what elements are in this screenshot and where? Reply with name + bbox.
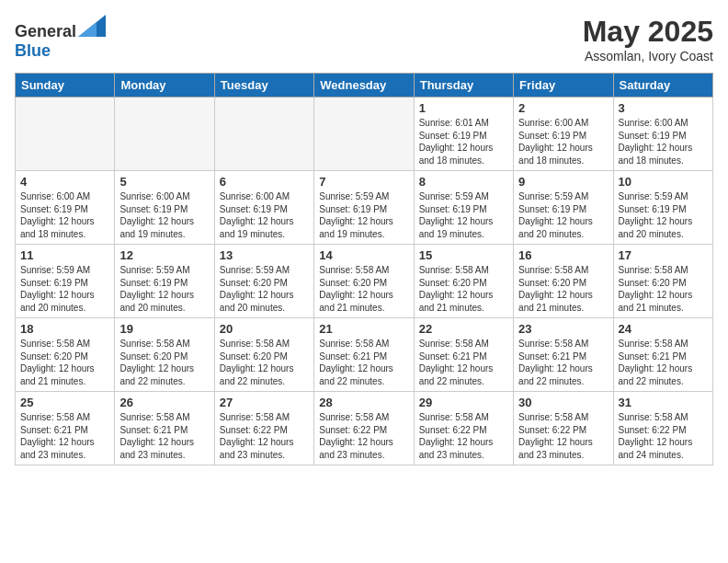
weekday-tuesday: Tuesday (214, 74, 313, 98)
calendar-cell: 10Sunrise: 5:59 AM Sunset: 6:19 PM Dayli… (613, 171, 712, 245)
calendar-cell: 27Sunrise: 5:58 AM Sunset: 6:22 PM Dayli… (214, 392, 313, 465)
day-number: 9 (518, 175, 608, 189)
calendar-cell: 16Sunrise: 5:58 AM Sunset: 6:20 PM Dayli… (514, 245, 613, 318)
day-number: 18 (20, 322, 109, 336)
day-number: 29 (419, 396, 508, 409)
calendar-cell: 20Sunrise: 5:58 AM Sunset: 6:20 PM Dayli… (214, 318, 313, 392)
day-number: 11 (20, 248, 109, 262)
month-title: May 2025 (583, 15, 713, 49)
weekday-friday: Friday (514, 74, 613, 98)
day-info: Sunrise: 5:58 AM Sunset: 6:20 PM Dayligh… (419, 264, 508, 314)
location-title: Assomlan, Ivory Coast (583, 49, 713, 63)
calendar-cell: 26Sunrise: 5:58 AM Sunset: 6:21 PM Dayli… (115, 392, 214, 465)
day-info: Sunrise: 5:58 AM Sunset: 6:20 PM Dayligh… (119, 338, 209, 387)
day-info: Sunrise: 5:59 AM Sunset: 6:19 PM Dayligh… (319, 190, 408, 240)
calendar-cell: 7Sunrise: 5:59 AM Sunset: 6:19 PM Daylig… (314, 171, 414, 245)
calendar-cell: 1Sunrise: 6:01 AM Sunset: 6:19 PM Daylig… (414, 98, 513, 171)
week-row-4: 18Sunrise: 5:58 AM Sunset: 6:20 PM Dayli… (16, 318, 713, 392)
calendar-cell: 6Sunrise: 6:00 AM Sunset: 6:19 PM Daylig… (214, 171, 313, 245)
calendar-cell: 3Sunrise: 6:00 AM Sunset: 6:19 PM Daylig… (613, 98, 712, 171)
day-info: Sunrise: 5:58 AM Sunset: 6:22 PM Dayligh… (319, 411, 408, 461)
calendar-cell: 23Sunrise: 5:58 AM Sunset: 6:21 PM Dayli… (514, 318, 613, 392)
day-number: 13 (220, 248, 309, 262)
weekday-header-row: SundayMondayTuesdayWednesdayThursdayFrid… (16, 74, 713, 98)
day-info: Sunrise: 5:59 AM Sunset: 6:19 PM Dayligh… (119, 264, 209, 314)
weekday-sunday: Sunday (16, 74, 115, 98)
logo-icon (78, 15, 106, 37)
day-info: Sunrise: 6:01 AM Sunset: 6:19 PM Dayligh… (419, 117, 508, 167)
day-info: Sunrise: 5:58 AM Sunset: 6:22 PM Dayligh… (619, 411, 708, 461)
calendar-table: SundayMondayTuesdayWednesdayThursdayFrid… (15, 73, 713, 465)
calendar-cell: 5Sunrise: 6:00 AM Sunset: 6:19 PM Daylig… (115, 171, 214, 245)
calendar-cell (16, 98, 115, 171)
weekday-thursday: Thursday (414, 74, 513, 98)
week-row-3: 11Sunrise: 5:59 AM Sunset: 6:19 PM Dayli… (16, 245, 713, 318)
day-number: 14 (319, 248, 408, 262)
day-number: 17 (619, 248, 708, 262)
day-info: Sunrise: 6:00 AM Sunset: 6:19 PM Dayligh… (619, 117, 708, 167)
day-info: Sunrise: 5:58 AM Sunset: 6:20 PM Dayligh… (220, 338, 309, 387)
calendar-cell (115, 98, 214, 171)
day-number: 28 (319, 396, 408, 409)
day-number: 19 (119, 322, 209, 336)
day-number: 15 (419, 248, 508, 262)
day-number: 30 (518, 396, 608, 409)
day-number: 31 (619, 396, 708, 409)
calendar-cell: 22Sunrise: 5:58 AM Sunset: 6:21 PM Dayli… (414, 318, 513, 392)
day-info: Sunrise: 5:58 AM Sunset: 6:21 PM Dayligh… (518, 338, 608, 387)
day-number: 4 (20, 175, 109, 189)
calendar-cell: 4Sunrise: 6:00 AM Sunset: 6:19 PM Daylig… (16, 171, 115, 245)
calendar-cell: 28Sunrise: 5:58 AM Sunset: 6:22 PM Dayli… (314, 392, 414, 465)
calendar-cell: 2Sunrise: 6:00 AM Sunset: 6:19 PM Daylig… (514, 98, 613, 171)
day-info: Sunrise: 5:58 AM Sunset: 6:20 PM Dayligh… (518, 264, 608, 314)
day-number: 12 (119, 248, 209, 262)
calendar-cell: 19Sunrise: 5:58 AM Sunset: 6:20 PM Dayli… (115, 318, 214, 392)
day-number: 26 (119, 396, 209, 409)
day-number: 3 (619, 101, 708, 115)
calendar-cell: 18Sunrise: 5:58 AM Sunset: 6:20 PM Dayli… (16, 318, 115, 392)
day-info: Sunrise: 5:59 AM Sunset: 6:19 PM Dayligh… (518, 190, 608, 240)
calendar-body: 1Sunrise: 6:01 AM Sunset: 6:19 PM Daylig… (16, 98, 713, 465)
calendar-cell: 29Sunrise: 5:58 AM Sunset: 6:22 PM Dayli… (414, 392, 513, 465)
day-info: Sunrise: 6:00 AM Sunset: 6:19 PM Dayligh… (220, 190, 309, 240)
calendar-cell: 24Sunrise: 5:58 AM Sunset: 6:21 PM Dayli… (613, 318, 712, 392)
day-info: Sunrise: 5:58 AM Sunset: 6:22 PM Dayligh… (518, 411, 608, 461)
day-number: 10 (619, 175, 708, 189)
calendar-cell: 12Sunrise: 5:59 AM Sunset: 6:19 PM Dayli… (115, 245, 214, 318)
calendar-cell: 13Sunrise: 5:59 AM Sunset: 6:20 PM Dayli… (214, 245, 313, 318)
title-block: May 2025 Assomlan, Ivory Coast (583, 15, 713, 63)
day-number: 16 (518, 248, 608, 262)
day-info: Sunrise: 5:58 AM Sunset: 6:20 PM Dayligh… (20, 338, 109, 387)
day-info: Sunrise: 5:58 AM Sunset: 6:22 PM Dayligh… (419, 411, 508, 461)
calendar-cell: 9Sunrise: 5:59 AM Sunset: 6:19 PM Daylig… (514, 171, 613, 245)
day-number: 2 (518, 101, 608, 115)
calendar-cell: 8Sunrise: 5:59 AM Sunset: 6:19 PM Daylig… (414, 171, 513, 245)
calendar-cell (314, 98, 414, 171)
day-number: 6 (220, 175, 309, 189)
calendar-cell: 17Sunrise: 5:58 AM Sunset: 6:20 PM Dayli… (613, 245, 712, 318)
svg-marker-1 (78, 22, 97, 37)
calendar-cell: 15Sunrise: 5:58 AM Sunset: 6:20 PM Dayli… (414, 245, 513, 318)
day-number: 1 (419, 101, 508, 115)
week-row-5: 25Sunrise: 5:58 AM Sunset: 6:21 PM Dayli… (16, 392, 713, 465)
day-info: Sunrise: 5:59 AM Sunset: 6:19 PM Dayligh… (419, 190, 508, 240)
day-info: Sunrise: 6:00 AM Sunset: 6:19 PM Dayligh… (20, 190, 109, 240)
weekday-monday: Monday (115, 74, 214, 98)
day-number: 8 (419, 175, 508, 189)
day-info: Sunrise: 5:58 AM Sunset: 6:20 PM Dayligh… (319, 264, 408, 314)
day-number: 24 (619, 322, 708, 336)
calendar-cell (214, 98, 313, 171)
calendar-cell: 11Sunrise: 5:59 AM Sunset: 6:19 PM Dayli… (16, 245, 115, 318)
page-header: General Blue May 2025 Assomlan, Ivory Co… (15, 15, 713, 63)
day-number: 7 (319, 175, 408, 189)
day-info: Sunrise: 6:00 AM Sunset: 6:19 PM Dayligh… (518, 117, 608, 167)
day-number: 5 (119, 175, 209, 189)
calendar-cell: 14Sunrise: 5:58 AM Sunset: 6:20 PM Dayli… (314, 245, 414, 318)
day-number: 21 (319, 322, 408, 336)
day-info: Sunrise: 5:58 AM Sunset: 6:21 PM Dayligh… (319, 338, 408, 387)
day-number: 27 (220, 396, 309, 409)
weekday-wednesday: Wednesday (314, 74, 414, 98)
logo: General Blue (15, 15, 106, 61)
day-info: Sunrise: 5:59 AM Sunset: 6:19 PM Dayligh… (20, 264, 109, 314)
day-info: Sunrise: 5:58 AM Sunset: 6:20 PM Dayligh… (619, 264, 708, 314)
